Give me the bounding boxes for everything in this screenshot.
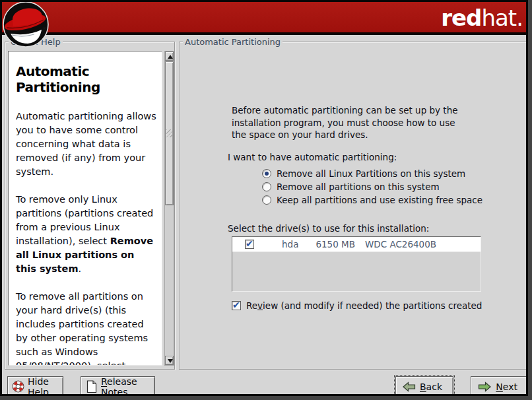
wordmark-hat: hat.: [481, 5, 523, 31]
radio-button-icon[interactable]: [262, 182, 271, 191]
arrow-up-icon: [168, 55, 173, 59]
help-scrollbar[interactable]: [164, 51, 174, 366]
top-banner: redhat.: [2, 2, 528, 35]
drive-list[interactable]: ✔ hda 6150 MB WDC AC26400B: [232, 236, 481, 292]
back-button[interactable]: Back: [395, 376, 453, 396]
wordmark-red: red: [441, 5, 481, 31]
review-checkbox-label: Review (and modify if needed) the partit…: [246, 300, 482, 311]
drive-model: WDC AC26400B: [365, 239, 436, 250]
scrollbar-thumb[interactable]: [165, 61, 174, 205]
document-icon: [86, 380, 97, 393]
scrollbar-down-button[interactable]: [165, 356, 174, 365]
installer-window: redhat. ® Online Help Automatic Partitio…: [0, 0, 528, 396]
radio-group-label: I want to have automatic partitioning:: [228, 151, 397, 164]
release-notes-button[interactable]: Release Notes: [81, 376, 155, 396]
automatic-partitioning-frame: Automatic Partitioning Before automatic …: [179, 42, 528, 370]
back-label: Back: [420, 382, 442, 392]
scrollbar-up-button[interactable]: [165, 51, 174, 61]
back-arrow-icon: [403, 382, 416, 392]
drive-row-hda[interactable]: ✔ hda 6150 MB WDC AC26400B: [232, 237, 481, 252]
radio-keep-all-partitions[interactable]: Keep all partitions and use existing fre…: [262, 195, 482, 205]
help-text-viewport: Automatic Partitioning Automatic partiti…: [8, 51, 162, 366]
help-paragraph: To remove only Linux partitions (partiti…: [16, 193, 158, 276]
intro-text: Before automatic partitioning can be set…: [232, 104, 461, 141]
drive-device: hda: [282, 239, 298, 250]
drive-size: 6150 MB: [316, 239, 355, 250]
online-help-frame: Online Help Automatic Partitioning Autom…: [5, 42, 175, 370]
release-notes-label: Release Notes: [101, 376, 154, 397]
redhat-wordmark: redhat.: [441, 5, 523, 30]
arrow-down-icon: [168, 359, 173, 363]
automatic-partitioning-frame-label: Automatic Partitioning: [183, 37, 283, 47]
redhat-shadowman-icon: ®: [3, 1, 51, 50]
next-label: Next: [496, 382, 517, 392]
help-heading: Automatic Partitioning: [16, 63, 158, 95]
radio-remove-all-partitions[interactable]: Remove all partitions on this system: [262, 182, 440, 192]
next-arrow-icon: [478, 382, 491, 392]
svg-text:®: ®: [42, 26, 47, 32]
radio-remove-linux-partitions[interactable]: Remove all Linux Partitions on this syst…: [262, 168, 465, 179]
scrollbar-grip-icon: [166, 129, 172, 137]
checkbox-icon[interactable]: ✔: [232, 301, 241, 310]
next-button[interactable]: Next: [471, 376, 528, 396]
help-paragraph: To remove all partitions on your hard dr…: [16, 290, 158, 366]
hide-help-button[interactable]: Hide Help: [7, 376, 63, 396]
lifebuoy-icon: [12, 380, 24, 393]
review-partitions-checkbox[interactable]: ✔ Review (and modify if needed) the part…: [232, 300, 482, 311]
radio-button-icon[interactable]: [262, 169, 271, 178]
help-paragraph: Automatic partitioning allows you to hav…: [16, 110, 158, 179]
hide-help-label: Hide Help: [28, 376, 63, 397]
drive-checkbox[interactable]: ✔: [245, 240, 254, 249]
radio-button-icon[interactable]: [262, 195, 271, 205]
drives-label: Select the drive(s) to use for this inst…: [228, 222, 429, 235]
